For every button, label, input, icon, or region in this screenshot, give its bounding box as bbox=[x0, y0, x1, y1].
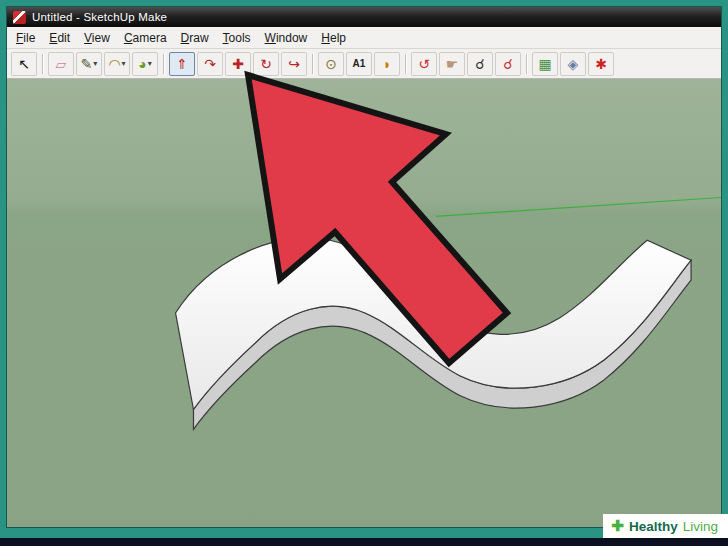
shapes-tool[interactable]: ◕▾ bbox=[132, 52, 158, 76]
offset-tool-icon: ↪ bbox=[288, 57, 300, 71]
follow-me-tool-icon: ↷ bbox=[204, 57, 216, 71]
select-tool[interactable]: ↖ bbox=[11, 52, 37, 76]
watermark-text-secondary: Living bbox=[683, 519, 718, 534]
follow-me-tool[interactable]: ↷ bbox=[197, 52, 223, 76]
paint-bucket-tool-icon: ◗ bbox=[383, 57, 391, 71]
bottom-black-strip bbox=[0, 538, 728, 546]
components-tool-icon: ◈ bbox=[568, 57, 579, 71]
get-models-tool-icon: ▦ bbox=[538, 57, 551, 71]
text-tool[interactable]: A1 bbox=[346, 52, 372, 76]
toolbar-separator bbox=[405, 54, 406, 74]
zoom-extents-tool-icon: ☌ bbox=[503, 57, 512, 71]
toolbar-separator bbox=[526, 54, 527, 74]
menu-edit[interactable]: Edit bbox=[42, 28, 77, 48]
dropdown-arrow-icon[interactable]: ▾ bbox=[122, 60, 126, 68]
menu-draw[interactable]: Draw bbox=[174, 28, 216, 48]
arc-tool-icon: ◠ bbox=[108, 57, 120, 71]
components-tool[interactable]: ◈ bbox=[560, 52, 586, 76]
watermark-text-primary: Healthy bbox=[629, 519, 678, 534]
offset-tool[interactable]: ↪ bbox=[281, 52, 307, 76]
sketchup-window: Untitled - SketchUp Make FileEditViewCam… bbox=[6, 6, 722, 528]
menu-bar: FileEditViewCameraDrawToolsWindowHelp bbox=[7, 27, 721, 49]
surface-top-face[interactable] bbox=[176, 238, 692, 410]
line-tool[interactable]: ✎▾ bbox=[76, 52, 102, 76]
menu-tools[interactable]: Tools bbox=[216, 28, 258, 48]
menu-help[interactable]: Help bbox=[314, 28, 353, 48]
orbit-tool[interactable]: ↺ bbox=[411, 52, 437, 76]
line-tool-icon: ✎ bbox=[81, 57, 93, 71]
text-tool-icon: A1 bbox=[353, 59, 366, 69]
eraser-tool[interactable]: ▱ bbox=[48, 52, 74, 76]
rotate-tool-icon: ↻ bbox=[260, 57, 272, 71]
move-tool-icon: ✚ bbox=[232, 57, 244, 71]
toolbar-separator bbox=[42, 54, 43, 74]
rotate-tool[interactable]: ↻ bbox=[253, 52, 279, 76]
menu-view[interactable]: View bbox=[77, 28, 117, 48]
toolbar: ↖▱✎▾◠▾◕▾⇑↷✚↻↪⊙A1◗↺☛☌☌▦◈✱ bbox=[7, 49, 721, 79]
model-viewport[interactable] bbox=[7, 79, 721, 527]
zoom-extents-tool[interactable]: ☌ bbox=[495, 52, 521, 76]
zoom-tool-icon: ☌ bbox=[475, 57, 484, 71]
toolbar-separator bbox=[163, 54, 164, 74]
menu-file[interactable]: File bbox=[9, 28, 42, 48]
arc-tool[interactable]: ◠▾ bbox=[104, 52, 130, 76]
warehouse-tool-icon: ✱ bbox=[595, 57, 607, 71]
model-canvas[interactable] bbox=[7, 79, 721, 527]
select-tool-icon: ↖ bbox=[18, 57, 30, 71]
window-title: Untitled - SketchUp Make bbox=[32, 11, 167, 23]
menu-camera[interactable]: Camera bbox=[117, 28, 174, 48]
warehouse-tool[interactable]: ✱ bbox=[588, 52, 614, 76]
dropdown-arrow-icon[interactable]: ▾ bbox=[148, 60, 152, 68]
healthy-living-plus-icon: ✚ bbox=[611, 517, 624, 535]
orbit-tool-icon: ↺ bbox=[418, 57, 430, 71]
zoom-tool[interactable]: ☌ bbox=[467, 52, 493, 76]
push-pull-tool[interactable]: ⇑ bbox=[169, 52, 195, 76]
tape-measure-tool-icon: ⊙ bbox=[325, 57, 337, 71]
tape-measure-tool[interactable]: ⊙ bbox=[318, 52, 344, 76]
move-tool[interactable]: ✚ bbox=[225, 52, 251, 76]
watermark-badge: ✚ Healthy Living bbox=[603, 514, 728, 538]
green-axis-line bbox=[436, 197, 721, 216]
pan-tool[interactable]: ☛ bbox=[439, 52, 465, 76]
toolbar-separator bbox=[312, 54, 313, 74]
sketchup-logo-icon bbox=[13, 11, 26, 24]
eraser-tool-icon: ▱ bbox=[56, 57, 67, 71]
menu-window[interactable]: Window bbox=[258, 28, 315, 48]
shapes-tool-icon: ◕ bbox=[138, 57, 146, 71]
dropdown-arrow-icon[interactable]: ▾ bbox=[93, 60, 97, 68]
pan-tool-icon: ☛ bbox=[446, 57, 459, 71]
get-models-tool[interactable]: ▦ bbox=[532, 52, 558, 76]
title-bar[interactable]: Untitled - SketchUp Make bbox=[7, 7, 721, 27]
push-pull-tool-icon: ⇑ bbox=[176, 57, 188, 71]
paint-bucket-tool[interactable]: ◗ bbox=[374, 52, 400, 76]
